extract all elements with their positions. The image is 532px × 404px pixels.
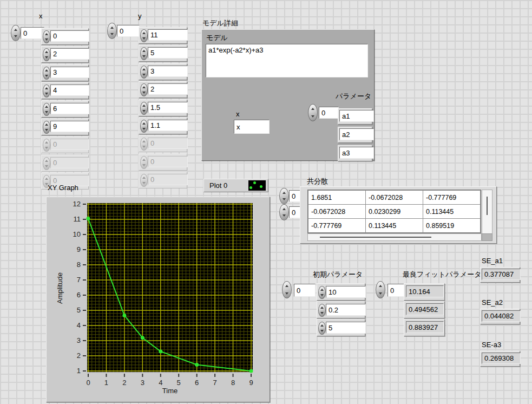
x-element-value[interactable]: 3 [50,67,89,78]
y-element-spinner [140,156,148,169]
se-a2-value: 0.044082 [482,310,521,322]
x-element-spinner[interactable] [43,67,50,80]
y-element-spinner [140,138,148,151]
x-element-spinner[interactable] [43,30,50,43]
initial-param-spinner[interactable] [318,304,326,317]
se-a1-label: SE_a1 [482,257,503,265]
covariance-vertical-scrollbar[interactable] [482,190,492,234]
covariance-row-index-spinner[interactable] [279,188,289,204]
se-a2-label: SE_a2 [482,298,503,307]
param-value[interactable]: a3 [339,147,374,159]
best-fit-element: 0.494562 [404,301,445,318]
y-element-value[interactable]: 2 [148,83,188,95]
params-label: パラメータ [336,92,371,101]
svg-text:8: 8 [231,379,235,387]
initial-param-value[interactable]: 5 [326,322,366,334]
best-fit-value: 0.883927 [406,321,444,333]
y-element-value[interactable]: 11 [148,29,188,41]
y-array-element-disabled: 0 [139,172,187,188]
y-axis-label: Amplitude [56,256,64,321]
param-element: a2 [338,127,372,143]
svg-text:3: 3 [77,336,81,344]
svg-text:2: 2 [77,351,81,360]
best-fit-value: 10.164 [406,285,444,297]
x-element-spinner[interactable] [43,103,50,116]
x-element-value[interactable]: 9 [50,121,89,132]
initial-param-element: 5 [317,319,365,336]
param-element: a3 [338,145,372,161]
horizontal-scroll-thumb[interactable] [320,237,431,238]
covariance-horizontal-scrollbar[interactable] [307,233,482,241]
y-array-index-spinner[interactable] [107,23,117,39]
svg-text:6: 6 [77,291,81,299]
y-array-element: 1.1 [139,118,187,134]
graph-title: XY Graph [48,184,78,192]
x-array-element: 2 [41,46,89,63]
svg-text:12: 12 [73,200,81,208]
x-element-value[interactable]: 4 [50,84,89,96]
y-element-value: 0 [148,138,188,149]
scrollbar-corner [482,233,492,241]
se-a3-value: 0.269308 [482,353,521,364]
y-array-index-value[interactable]: 0 [117,25,140,37]
x-element-value[interactable]: 0 [50,30,89,42]
x-array-element: 3 [41,64,89,81]
svg-text:9: 9 [249,379,253,387]
x-element-value[interactable]: 2 [50,48,89,60]
y-element-value[interactable]: 1.5 [148,102,188,113]
svg-text:4: 4 [159,379,162,387]
y-array-element: 1.5 [139,100,187,116]
x-element-spinner[interactable] [43,84,50,97]
params-index-spinner[interactable] [308,104,318,121]
plot-legend[interactable]: Plot 0 [203,179,268,192]
initial-param-spinner[interactable] [318,322,326,335]
x-element-spinner[interactable] [43,121,50,134]
model-text-input[interactable]: a1*exp(-a2*x)+a3 [206,44,368,77]
svg-text:3: 3 [141,379,145,387]
svg-text:4: 4 [77,321,81,329]
param-value[interactable]: a1 [339,110,374,122]
svg-text:5: 5 [77,306,81,314]
y-element-spinner[interactable] [140,83,148,96]
params-index-value[interactable]: 0 [319,107,339,119]
initial-params-index-value[interactable]: 0 [294,284,316,297]
initial-param-spinner[interactable] [318,286,326,299]
covariance-cell: 0.0230299 [366,205,423,218]
param-value[interactable]: a2 [339,128,374,140]
y-element-value[interactable]: 3 [148,66,188,77]
y-element-value: 0 [148,156,188,167]
best-fit-index-spinner[interactable] [376,281,385,298]
x-array-element: 6 [41,101,89,118]
x-element-value: 0 [50,139,89,150]
y-element-spinner[interactable] [140,29,148,42]
y-element-spinner[interactable] [140,66,148,79]
covariance-col-index-spinner[interactable] [279,204,289,220]
y-element-spinner[interactable] [140,47,148,60]
y-element-spinner[interactable] [140,120,148,133]
plot-glyph-icon [248,180,266,191]
y-array-element: 2 [139,81,187,98]
x-element-spinner[interactable] [43,48,50,61]
initial-param-value[interactable]: 0.2 [326,304,366,316]
svg-text:7: 7 [213,379,216,387]
vertical-scroll-thumb[interactable] [487,197,488,215]
covariance-cell: 1.6851 [308,191,365,204]
initial-param-value[interactable]: 10 [326,286,366,298]
plot-legend-label[interactable]: Plot 0 [209,181,248,190]
y-element-spinner[interactable] [140,102,148,115]
y-element-value[interactable]: 5 [148,47,188,58]
covariance-cell: -0.777769 [308,219,365,232]
y-element-value[interactable]: 1.1 [148,120,188,131]
xy-graph-svg[interactable]: 0123456789123456789101112 [47,197,270,402]
x-element-spinner [43,157,50,170]
covariance-cell: -0.777769 [423,191,480,204]
x-element-value: 0 [50,157,89,168]
x-variable-input[interactable]: x [234,120,270,134]
x-element-spinner [43,139,50,152]
initial-params-index-spinner[interactable] [282,281,292,298]
x-array-label: x [39,12,43,20]
svg-text:7: 7 [77,276,81,284]
best-fit-params-label: 最良フィットパラメータ [403,270,481,279]
x-element-value[interactable]: 6 [50,103,89,114]
x-array-index-spinner[interactable] [11,25,21,41]
